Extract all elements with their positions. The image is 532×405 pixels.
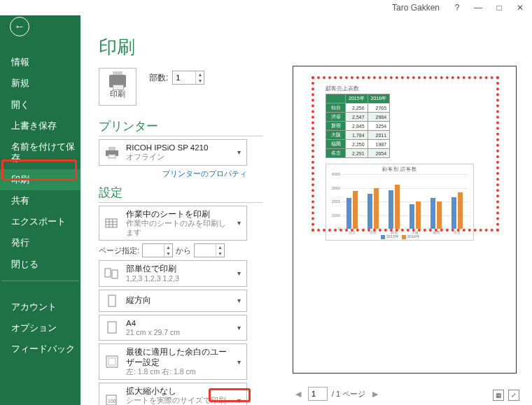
scaling-main: 拡大縮小なし: [126, 386, 230, 396]
page-total-label: / 1 ページ: [332, 389, 365, 399]
sidebar-item-label: 上書き保存: [11, 121, 57, 131]
margins-dropdown[interactable]: 最後に適用した余白のユーザー設定 左: 1.8 cm 右: 1.8 cm ▾: [99, 343, 247, 380]
paper-dropdown[interactable]: A4 21 cm x 29.7 cm ▾: [99, 315, 247, 341]
sidebar-item-share[interactable]: 共有: [0, 190, 80, 211]
orientation-text: 縦方向: [126, 295, 230, 305]
print-button[interactable]: 印刷: [99, 68, 136, 106]
page-to-spinner[interactable]: ▲▼: [194, 243, 225, 257]
chart-plot-area: 01000200030004000: [342, 174, 468, 229]
portrait-icon: [102, 293, 122, 308]
sidebar-item-open[interactable]: 開く: [0, 94, 80, 115]
svg-rect-2: [108, 155, 115, 158]
table-header: [326, 94, 346, 104]
close-button[interactable]: ✕: [515, 3, 525, 13]
sidebar-item-label: 閉じる: [11, 260, 38, 269]
sidebar-item-saveas[interactable]: 名前を付けて保存: [0, 136, 80, 169]
table-header: 2016年: [368, 94, 390, 104]
preview-corner-buttons: ▦ ⤢: [493, 390, 519, 401]
table-row: 新宿2,8453254: [326, 122, 390, 131]
zoom-icon: ⤢: [511, 392, 517, 399]
sidebar-item-options[interactable]: オプション: [0, 318, 80, 339]
svg-rect-10: [108, 295, 115, 306]
svg-rect-9: [112, 270, 118, 278]
chevron-down-icon: ▾: [234, 297, 244, 304]
minimize-button[interactable]: —: [473, 3, 483, 13]
main-area: 印刷 印刷 部数: ▲ ▼ プリンター: [80, 15, 532, 405]
sidebar-item-info[interactable]: 情報: [0, 52, 80, 73]
printer-dropdown[interactable]: RICOH IPSiO SP 4210 オフライン ▾: [99, 139, 247, 166]
maximize-button[interactable]: □: [494, 3, 504, 13]
copies-spinner[interactable]: ▲ ▼: [172, 71, 204, 85]
svg-rect-1: [108, 147, 115, 150]
copies-label: 部数:: [149, 72, 168, 84]
zoom-to-page-button[interactable]: ⤢: [508, 390, 519, 401]
spinner-down-icon[interactable]: ▼: [216, 250, 224, 257]
sidebar-item-label: 発行: [11, 238, 29, 248]
sidebar-item-label: 共有: [11, 196, 29, 206]
copies-input[interactable]: [173, 71, 195, 84]
table-row: 渋谷2,5472984: [326, 113, 390, 122]
page-to-input[interactable]: [195, 244, 216, 257]
sidebar-item-label: アカウント: [11, 302, 57, 312]
next-page-button[interactable]: ▶: [370, 390, 381, 399]
svg-text:100: 100: [108, 399, 116, 404]
username: Taro Gakken: [392, 3, 440, 13]
page-title: 印刷: [99, 35, 263, 59]
paper-main: A4: [126, 318, 230, 328]
sidebar-item-print[interactable]: 印刷: [0, 169, 80, 190]
printer-icon: [109, 75, 126, 87]
print-button-label: 印刷: [110, 89, 125, 99]
paper-sub: 21 cm x 29.7 cm: [126, 328, 230, 337]
sidebar-item-close[interactable]: 閉じる: [0, 254, 80, 275]
spinner-down-icon[interactable]: ▼: [164, 250, 172, 257]
spinner-up-icon[interactable]: ▲: [164, 244, 172, 250]
orientation-dropdown[interactable]: 縦方向 ▾: [99, 290, 247, 312]
spinner-up-icon[interactable]: ▲: [196, 71, 204, 78]
sidebar-item-publish[interactable]: 発行: [0, 232, 80, 253]
preview-table: 2015年 2016年 仙台2,2562765 渋谷2,5472984 新宿2,…: [326, 94, 390, 158]
sidebar-item-feedback[interactable]: フィードバック: [0, 339, 80, 360]
margins-main: 最後に適用した余白のユーザー設定: [126, 347, 230, 367]
print-what-dropdown[interactable]: 作業中のシートを印刷 作業中のシートのみを印刷します ▾: [99, 206, 247, 241]
sidebar-item-label: 新規: [11, 78, 29, 88]
show-margins-button[interactable]: ▦: [493, 390, 504, 401]
sidebar-menu-bottom: アカウント オプション フィードバック: [0, 297, 80, 360]
scaling-text: 拡大縮小なし シートを実際のサイズで印刷します: [126, 386, 230, 405]
sidebar-menu: 情報 新規 開く 上書き保存 名前を付けて保存 印刷 共有 エクスポート 発行 …: [0, 52, 80, 275]
legend-swatch-b: [402, 235, 406, 239]
sidebar-item-label: 開く: [11, 100, 29, 110]
sidebar-item-label: エクスポート: [11, 217, 66, 227]
help-button[interactable]: ?: [452, 3, 462, 13]
page-range-to-label: から: [176, 246, 191, 256]
chevron-down-icon: ▾: [234, 269, 244, 277]
backstage-sidebar: ← 情報 新規 開く 上書き保存 名前を付けて保存 印刷 共有 エクスポート 発…: [0, 0, 80, 405]
sidebar-item-account[interactable]: アカウント: [0, 297, 80, 318]
legend-swatch-a: [381, 235, 385, 239]
margins-toggle-icon: ▦: [496, 392, 502, 399]
spinner-arrows: ▲ ▼: [195, 71, 204, 84]
chevron-down-icon: ▾: [234, 324, 244, 332]
page-range-label: ページ指定:: [99, 246, 139, 256]
paper-text: A4 21 cm x 29.7 cm: [126, 318, 230, 338]
spinner-up-icon[interactable]: ▲: [216, 244, 224, 250]
collate-icon: [102, 266, 122, 281]
spinner-down-icon[interactable]: ▼: [196, 78, 204, 84]
page-number-spinner[interactable]: [308, 387, 328, 401]
sheets-icon: [102, 215, 122, 231]
sidebar-item-new[interactable]: 新規: [0, 73, 80, 94]
back-button[interactable]: ←: [10, 17, 29, 36]
page-number-input[interactable]: [309, 388, 327, 400]
sidebar-item-save[interactable]: 上書き保存: [0, 115, 80, 136]
collate-dropdown[interactable]: 部単位で印刷 1,2,3 1,2,3 1,2,3 ▾: [99, 260, 247, 287]
prev-page-button[interactable]: ◀: [293, 390, 304, 399]
margins-sub: 左: 1.8 cm 右: 1.8 cm: [126, 367, 230, 376]
page-from-input[interactable]: [143, 244, 164, 257]
scaling-dropdown[interactable]: 100 拡大縮小なし シートを実際のサイズで印刷します ▾: [99, 383, 247, 405]
legend-label-b: 2016年: [407, 234, 420, 239]
print-what-sub: 作業中のシートのみを印刷します: [126, 219, 230, 237]
sidebar-item-export[interactable]: エクスポート: [0, 211, 80, 232]
sidebar-item-label: 情報: [11, 57, 29, 67]
print-preview: 顧客売上表数 2015年 2016年 仙台2,2562765 渋谷2,54729…: [293, 66, 517, 374]
printer-properties-link[interactable]: プリンターのプロパティ: [162, 169, 247, 178]
page-from-spinner[interactable]: ▲▼: [142, 243, 173, 257]
